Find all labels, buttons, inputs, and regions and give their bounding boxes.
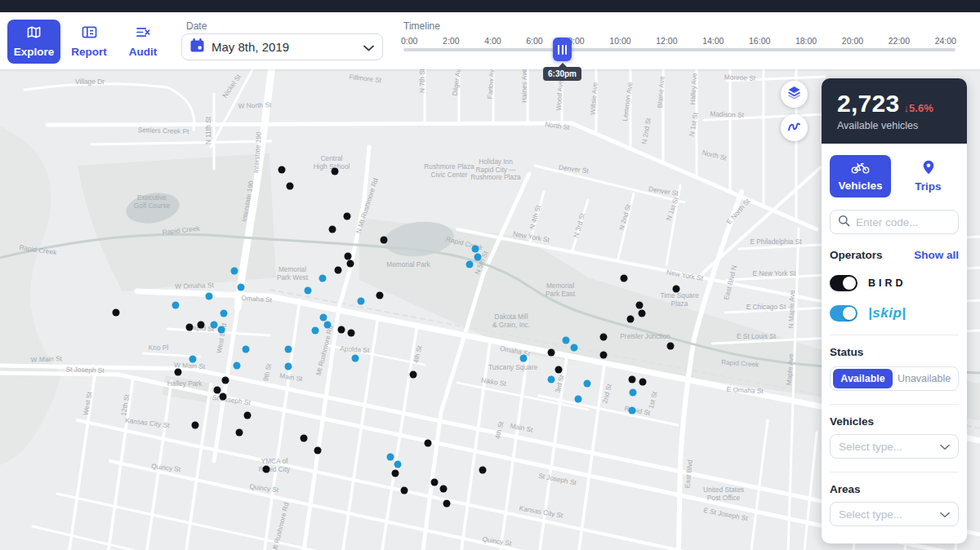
map-layers-button[interactable]: [781, 81, 808, 108]
bird-vehicle-dot[interactable]: [673, 286, 680, 293]
bird-vehicle-dot[interactable]: [600, 334, 608, 341]
bird-vehicle-dot[interactable]: [639, 379, 647, 386]
vehicle-type-select[interactable]: Select type...: [830, 434, 959, 459]
skip-vehicle-dot[interactable]: [630, 389, 637, 397]
bird-vehicle-dot[interactable]: [392, 470, 399, 477]
bird-vehicle-dot[interactable]: [376, 292, 384, 299]
bird-vehicle-dot[interactable]: [113, 309, 120, 317]
nav-audit-button[interactable]: Audit: [120, 22, 166, 61]
bird-vehicle-dot[interactable]: [214, 387, 221, 394]
bird-vehicle-dot[interactable]: [629, 376, 636, 384]
bird-vehicle-dot[interactable]: [314, 447, 322, 455]
show-all-link[interactable]: Show all: [914, 249, 959, 261]
bird-vehicle-dot[interactable]: [347, 260, 354, 268]
timeline-time-tooltip: 6:30pm: [543, 67, 581, 81]
bird-vehicle-dot[interactable]: [301, 435, 308, 442]
skip-vehicle-dot[interactable]: [234, 362, 241, 370]
status-available-option[interactable]: Available: [833, 369, 893, 388]
area-select[interactable]: Select type...: [830, 502, 959, 526]
tab-trips[interactable]: Trips: [898, 155, 959, 197]
bird-vehicle-dot[interactable]: [198, 322, 205, 329]
bird-vehicle-dot[interactable]: [222, 377, 229, 384]
bird-vehicle-dot[interactable]: [263, 466, 270, 473]
bird-vehicle-dot[interactable]: [425, 440, 432, 447]
status-unavailable-option[interactable]: Unavailable: [893, 369, 956, 388]
bird-vehicle-dot[interactable]: [636, 302, 644, 309]
skip-vehicle-dot[interactable]: [218, 326, 225, 334]
skip-vehicle-dot[interactable]: [563, 337, 570, 344]
bird-vehicle-dot[interactable]: [600, 352, 608, 359]
bird-vehicle-dot[interactable]: [345, 253, 352, 260]
skip-vehicle-dot[interactable]: [320, 314, 327, 322]
skip-vehicle-dot[interactable]: [189, 356, 197, 363]
skip-vehicle-dot[interactable]: [394, 461, 402, 468]
skip-vehicle-dot[interactable]: [285, 346, 292, 353]
timeline-track[interactable]: [403, 48, 956, 51]
skip-vehicle-dot[interactable]: [575, 396, 582, 403]
bird-vehicle-dot[interactable]: [627, 316, 635, 323]
bird-vehicle-dot[interactable]: [332, 168, 339, 175]
bird-vehicle-dot[interactable]: [479, 467, 487, 474]
bird-vehicle-dot[interactable]: [381, 237, 388, 244]
code-search-input[interactable]: [856, 216, 951, 228]
skip-vehicle-dot[interactable]: [571, 344, 578, 352]
skip-vehicle-dot[interactable]: [324, 322, 332, 329]
skip-vehicle-dot[interactable]: [520, 355, 528, 362]
skip-vehicle-dot[interactable]: [352, 355, 359, 362]
skip-vehicle-dot[interactable]: [312, 327, 319, 335]
skip-vehicle-dot[interactable]: [548, 376, 555, 384]
timeline-handle[interactable]: [553, 38, 572, 61]
bird-vehicle-dot[interactable]: [443, 500, 451, 508]
bird-vehicle-dot[interactable]: [287, 183, 294, 190]
bird-vehicle-dot[interactable]: [440, 486, 448, 493]
tab-vehicles[interactable]: Vehicles: [830, 155, 891, 197]
bird-vehicle-dot[interactable]: [431, 479, 439, 486]
skip-toggle[interactable]: [830, 305, 858, 322]
skip-vehicle-dot[interactable]: [466, 261, 474, 268]
bird-vehicle-dot[interactable]: [410, 371, 417, 379]
bird-vehicle-dot[interactable]: [338, 326, 345, 334]
bird-vehicle-dot[interactable]: [335, 267, 342, 274]
skip-vehicle-dot[interactable]: [584, 380, 591, 388]
skip-vehicle-dot[interactable]: [243, 346, 250, 353]
bird-vehicle-dot[interactable]: [555, 366, 563, 374]
nav-explore-button[interactable]: Explore: [7, 20, 60, 64]
panel-summary-header: 2,723 ↓5.6% Available vehicles: [822, 78, 967, 144]
calendar-icon: [190, 38, 204, 55]
bird-vehicle-dot[interactable]: [278, 166, 286, 174]
bird-vehicle-dot[interactable]: [236, 429, 243, 437]
bird-vehicle-dot[interactable]: [192, 422, 199, 429]
bird-vehicle-dot[interactable]: [344, 213, 351, 220]
bird-vehicle-dot[interactable]: [220, 393, 227, 401]
skip-vehicle-dot[interactable]: [358, 298, 365, 305]
skip-vehicle-dot[interactable]: [319, 275, 327, 282]
date-value: May 8th, 2019: [212, 40, 363, 54]
bird-vehicle-dot[interactable]: [175, 369, 182, 376]
skip-vehicle-dot[interactable]: [474, 254, 482, 261]
bird-vehicle-dot[interactable]: [667, 343, 675, 350]
skip-vehicle-dot[interactable]: [220, 310, 228, 317]
skip-vehicle-dot[interactable]: [305, 287, 312, 295]
skip-vehicle-dot[interactable]: [629, 407, 636, 415]
bird-toggle[interactable]: [830, 275, 858, 291]
skip-vehicle-dot[interactable]: [172, 302, 180, 309]
bird-vehicle-dot[interactable]: [186, 324, 194, 331]
draw-route-button[interactable]: [781, 114, 808, 141]
skip-vehicle-dot[interactable]: [472, 246, 479, 253]
skip-vehicle-dot[interactable]: [206, 293, 213, 300]
bird-vehicle-dot[interactable]: [548, 349, 555, 357]
skip-vehicle-dot[interactable]: [238, 284, 245, 291]
date-picker[interactable]: May 8th, 2019: [181, 33, 383, 60]
skip-vehicle-dot[interactable]: [231, 268, 238, 275]
bird-vehicle-dot[interactable]: [639, 310, 646, 317]
bird-vehicle-dot[interactable]: [329, 226, 336, 233]
bird-vehicle-dot[interactable]: [244, 412, 252, 419]
nav-report-button[interactable]: Report: [69, 22, 109, 61]
bird-vehicle-dot[interactable]: [621, 275, 628, 282]
skip-vehicle-dot[interactable]: [211, 322, 218, 329]
map-icon: [26, 25, 42, 42]
skip-vehicle-dot[interactable]: [285, 363, 292, 370]
skip-vehicle-dot[interactable]: [387, 454, 394, 461]
bird-vehicle-dot[interactable]: [348, 330, 355, 337]
bird-vehicle-dot[interactable]: [401, 487, 408, 495]
